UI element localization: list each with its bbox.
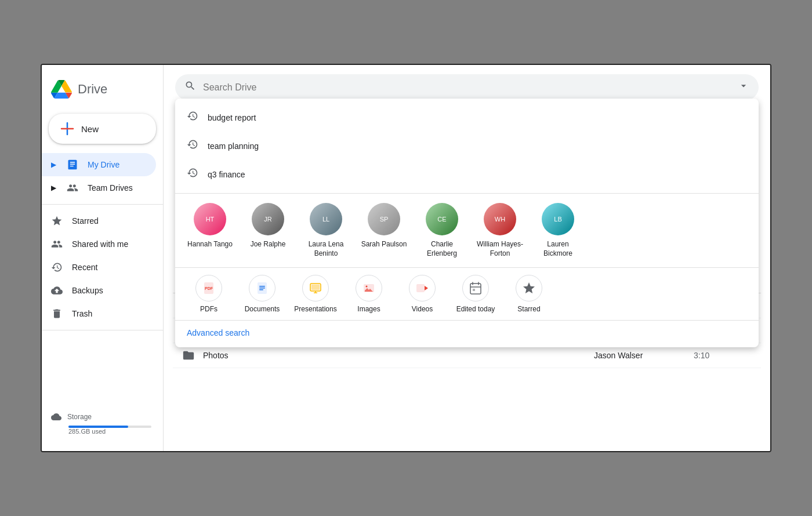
sidebar-item-label: Trash <box>72 309 92 318</box>
person-item[interactable]: HT Hannah Tango <box>187 203 233 249</box>
starred-filter-icon <box>516 275 542 301</box>
filter-edited-today[interactable]: Edited today <box>454 275 498 313</box>
search-container: budget report team planning q3 finance <box>164 65 770 107</box>
pdfs-icon: PDF <box>195 275 222 301</box>
search-dropdown: budget report team planning q3 finance <box>175 99 759 347</box>
recent-search-item[interactable]: q3 finance <box>175 160 759 188</box>
my-drive-icon <box>67 159 78 170</box>
main-content: budget report team planning q3 finance <box>164 65 770 451</box>
sidebar-item-backups[interactable]: Backups <box>42 279 156 302</box>
person-item[interactable]: SP Sarah Paulson <box>361 203 407 249</box>
sidebar-item-label: Shared with me <box>72 239 128 249</box>
sidebar-item-trash[interactable]: Trash <box>42 302 156 325</box>
person-item[interactable]: LL Laura Lena Beninto <box>303 203 349 258</box>
recent-search-label: q3 finance <box>208 170 245 179</box>
chevron-icon: ▶ <box>51 161 56 169</box>
backups-icon <box>51 285 63 296</box>
person-item[interactable]: LB Lauren Bickmore <box>535 203 581 258</box>
starred-icon <box>51 215 63 227</box>
storage-cloud-icon <box>51 412 61 422</box>
filter-label: Videos <box>412 305 433 313</box>
person-name: Hannah Tango <box>187 240 233 249</box>
sidebar-item-recent[interactable]: Recent <box>42 256 156 279</box>
person-name: Sarah Paulson <box>361 240 407 249</box>
trash-icon <box>51 308 63 319</box>
recent-search-label: budget report <box>208 113 256 122</box>
svg-rect-13 <box>416 284 425 292</box>
filter-images[interactable]: Images <box>347 275 391 313</box>
filter-starred[interactable]: Starred <box>507 275 551 313</box>
svg-rect-15 <box>470 284 481 294</box>
new-button-label: New <box>81 124 99 134</box>
person-name: Joe Ralphe <box>251 240 286 249</box>
edited-today-icon <box>462 275 489 301</box>
sidebar-item-label: Team Drives <box>88 183 133 192</box>
sidebar: Drive New ▶ My Drive ▶ Team <box>42 65 164 451</box>
folder-icon <box>182 349 196 362</box>
logo-area: Drive <box>42 74 163 114</box>
storage-label-text: Storage <box>67 413 92 421</box>
history-icon <box>187 139 198 153</box>
person-avatar: SP <box>368 203 400 235</box>
person-avatar: WH <box>484 203 516 235</box>
sidebar-item-team-drives[interactable]: ▶ Team Drives <box>42 176 156 199</box>
sidebar-item-my-drive[interactable]: ▶ My Drive <box>42 153 156 176</box>
history-icon <box>187 110 198 125</box>
recent-search-item[interactable]: budget report <box>175 103 759 132</box>
file-owner: Jason Walser <box>594 351 687 360</box>
filter-label: Images <box>357 305 380 313</box>
person-avatar: JR <box>252 203 284 235</box>
drive-logo-icon <box>51 79 72 100</box>
filter-section: PDF PDFs Documents Presen <box>175 267 759 320</box>
person-name: Laura Lena Beninto <box>303 240 349 258</box>
svg-rect-19 <box>473 289 475 291</box>
filter-label: Presentations <box>294 305 336 313</box>
storage-used: 285.GB used <box>68 428 154 435</box>
svg-rect-5 <box>259 289 263 290</box>
search-icon <box>184 80 196 95</box>
storage-area: Storage 285.GB used <box>42 405 163 442</box>
videos-icon <box>409 275 436 301</box>
presentations-icon <box>302 275 329 301</box>
person-avatar: LL <box>310 203 342 235</box>
advanced-search-section: Advanced search <box>175 320 759 347</box>
dropdown-arrow-icon[interactable] <box>738 80 749 95</box>
shared-icon <box>51 238 63 250</box>
svg-marker-14 <box>425 286 428 290</box>
filter-videos[interactable]: Videos <box>400 275 444 313</box>
filter-documents[interactable]: Documents <box>240 275 284 313</box>
person-name: Charlie Erlenberg <box>419 240 465 258</box>
person-item[interactable]: JR Joe Ralphe <box>245 203 291 249</box>
person-avatar: CE <box>426 203 458 235</box>
filter-label: PDFs <box>200 305 217 313</box>
file-modified: 3:10 <box>694 351 752 360</box>
images-icon <box>356 275 382 301</box>
sidebar-item-shared[interactable]: Shared with me <box>42 232 156 256</box>
advanced-search-link[interactable]: Advanced search <box>187 328 249 337</box>
documents-icon <box>249 275 276 301</box>
sidebar-item-label: Backups <box>72 286 103 295</box>
search-input[interactable] <box>203 82 731 93</box>
svg-rect-3 <box>259 286 265 287</box>
recent-icon <box>51 261 63 273</box>
person-item[interactable]: CE Charlie Erlenberg <box>419 203 465 258</box>
new-button[interactable]: New <box>49 114 156 144</box>
filter-presentations[interactable]: Presentations <box>293 275 338 313</box>
person-avatar: HT <box>194 203 226 235</box>
person-avatar: LB <box>542 203 574 235</box>
svg-rect-8 <box>311 285 320 290</box>
recent-search-item[interactable]: team planning <box>175 132 759 160</box>
sidebar-divider-2 <box>42 330 163 330</box>
search-bar <box>175 74 759 100</box>
svg-point-12 <box>366 286 368 288</box>
filter-label: Edited today <box>456 305 495 313</box>
sidebar-item-label: My Drive <box>88 160 119 169</box>
app-title: Drive <box>78 82 107 97</box>
team-drives-icon <box>67 182 78 194</box>
sidebar-item-label: Recent <box>72 263 97 272</box>
svg-text:PDF: PDF <box>205 286 213 290</box>
person-item[interactable]: WH William Hayes-Forton <box>477 203 523 258</box>
sidebar-item-starred[interactable]: Starred <box>42 209 156 232</box>
filter-label: Documents <box>245 305 280 313</box>
filter-pdfs[interactable]: PDF PDFs <box>187 275 231 313</box>
